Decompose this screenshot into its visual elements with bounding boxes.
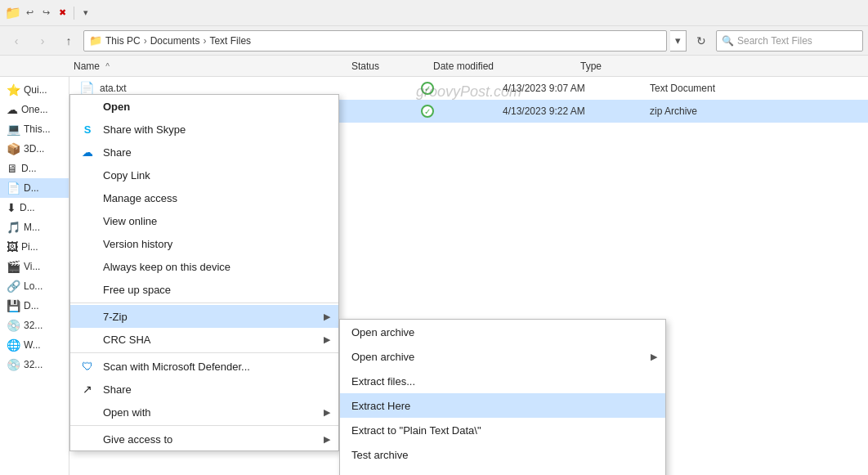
sidebar-item-quickaccess[interactable]: ⭐ Qui... [0,80,69,100]
3d-icon: 📦 [7,142,20,155]
ctx-share-label: Share [103,383,329,396]
ctx-view-online[interactable]: View online [70,209,338,232]
sub-extract-here-label: Extract Here [351,400,654,412]
refresh-button[interactable]: ↻ [690,29,713,52]
ctx-open[interactable]: Open [70,95,338,118]
sidebar-item-drive-32[interactable]: 💿 32... [0,316,69,335]
ctx-manage-access[interactable]: Manage access [70,186,338,209]
col-date: Date modified [433,60,580,72]
file-date-cell: 4/13/2023 9:22 AM [503,105,650,117]
ctx-open-with[interactable]: Open with ▶ [70,401,338,423]
sidebar-item-thispc[interactable]: 💻 This... [0,119,69,139]
download-icon: ⬇ [7,201,16,214]
sidebar-item-downloads[interactable]: ⬇ D... [0,198,69,217]
ctx-version-history[interactable]: Version history [70,232,338,255]
file-status-cell: ✓ [421,105,503,118]
sidebar-item-music[interactable]: 🎵 M... [0,217,69,237]
ctx-version-history-label: Version history [103,238,329,250]
sidebar-item-drive-d[interactable]: 💾 D... [0,296,69,316]
ctx-give-access[interactable]: Give access to ▶ [70,428,338,450]
sub-extract-to[interactable]: Extract to "Plain Text Data\" [340,418,665,442]
sub-add-to-archive[interactable]: Add to archive... [340,467,665,475]
ctx-copy-link-label: Copy Link [103,169,329,181]
ctx-share-skype[interactable]: S Share with Skype [70,118,338,141]
sidebar: ⭐ Qui... ☁ One... 💻 This... 📦 3D... 🖥 D.… [0,77,69,475]
ctx-open-label: Open [103,101,329,113]
file-type-cell: zip Archive [650,105,868,117]
ctx-defender[interactable]: 🛡 Scan with Microsoft Defender... [70,355,338,378]
sub-extract-here[interactable]: Extract Here [340,393,665,418]
submenu-arrow-crc: ▶ [324,334,330,345]
address-folder-icon: 📁 [89,34,102,47]
ctx-7zip-label: 7-Zip [103,311,329,323]
separator-2 [70,352,338,353]
ctx-defender-label: Scan with Microsoft Defender... [103,361,329,373]
address-path-thispc: This PC [105,35,141,47]
separator-3 [70,425,338,426]
status-ok-icon: ✓ [421,82,434,95]
address-path-documents: Documents [150,35,200,47]
sub-open-archive-2-label: Open archive [351,351,654,363]
file-type-cell: Text Document [650,83,868,94]
ctx-crc-sha[interactable]: CRC SHA ▶ [70,328,338,351]
col-name[interactable]: Name ^ [0,60,351,72]
sidebar-item-network[interactable]: 🌐 W... [0,335,69,355]
sub-open-archive-2[interactable]: Open archive ▶ [340,344,665,369]
ctx-share[interactable]: ↗ Share [70,378,338,401]
title-bar: 📁 ↩ ↪ ✖ ▾ [0,0,868,26]
sidebar-item-pictures[interactable]: 🖼 Pi... [0,237,69,257]
search-placeholder: Search Text Files [737,35,812,47]
separator-1 [70,302,338,303]
up-button[interactable]: ↑ [57,29,80,52]
sidebar-item-videos[interactable]: 🎬 Vi... [0,257,69,276]
cloud-share-icon: ☁ [80,146,95,159]
submenu-arrow: ▶ [324,311,330,322]
ctx-give-access-label: Give access to [103,433,329,446]
ctx-free-space-label: Free up space [103,284,329,296]
sub-test-archive-label: Test archive [351,449,654,461]
address-box[interactable]: 📁 This PC › Documents › Text Files [83,30,667,52]
sidebar-item-documents[interactable]: 📄 D... [0,178,69,198]
status-ok-icon: ✓ [421,105,434,118]
defender-icon: 🛡 [80,360,95,373]
sidebar-item-onedrive[interactable]: ☁ One... [0,100,69,119]
submenu-arrow-open: ▶ [324,407,330,418]
search-box[interactable]: 🔍 Search Text Files [716,30,863,52]
link-icon: 🔗 [7,280,20,293]
disc-icon: 💿 [7,319,20,332]
undo-button[interactable]: ↩ [23,7,36,20]
address-path-textfiles: Text Files [209,35,251,47]
skype-icon: S [80,123,95,136]
sub-test-archive[interactable]: Test archive [340,442,665,467]
sub-open-archive-1[interactable]: Open archive [340,320,665,344]
star-icon: ⭐ [7,83,20,96]
disc2-icon: 💿 [7,358,20,371]
sub-extract-files-label: Extract files... [351,375,654,388]
column-header: Name ^ Status Date modified Type [0,56,868,77]
redo-button[interactable]: ↪ [39,7,52,20]
ctx-copy-link[interactable]: Copy Link [70,164,338,186]
folder-icon: 📁 [7,7,20,20]
sidebar-item-drive-32b[interactable]: 💿 32... [0,355,69,374]
music-icon: 🎵 [7,221,20,234]
sidebar-item-local[interactable]: 🔗 Lo... [0,276,69,296]
address-dropdown-button[interactable]: ▾ [670,30,687,52]
back-button[interactable]: ‹ [5,29,28,52]
ctx-always-keep[interactable]: Always keep on this device [70,255,338,278]
drive-icon: 💾 [7,299,20,312]
ctx-7zip[interactable]: 7-Zip ▶ [70,305,338,328]
sidebar-item-3dobjects[interactable]: 📦 3D... [0,139,69,159]
sidebar-item-desktop[interactable]: 🖥 D... [0,159,69,178]
ctx-always-keep-label: Always keep on this device [103,261,329,273]
ctx-free-space[interactable]: Free up space [70,278,338,301]
delete-button[interactable]: ✖ [56,7,69,20]
separator [74,7,74,20]
ctx-share-cloud[interactable]: ☁ Share [70,141,338,164]
sub-extract-files[interactable]: Extract files... [340,369,665,393]
col-status: Status [351,60,433,72]
dropdown-button[interactable]: ▾ [79,7,92,20]
file-name: ata.txt [100,83,127,94]
submenu-7zip: Open archive Open archive ▶ Extract file… [339,319,666,475]
forward-button[interactable]: › [31,29,54,52]
cloud-icon: ☁ [7,103,18,116]
